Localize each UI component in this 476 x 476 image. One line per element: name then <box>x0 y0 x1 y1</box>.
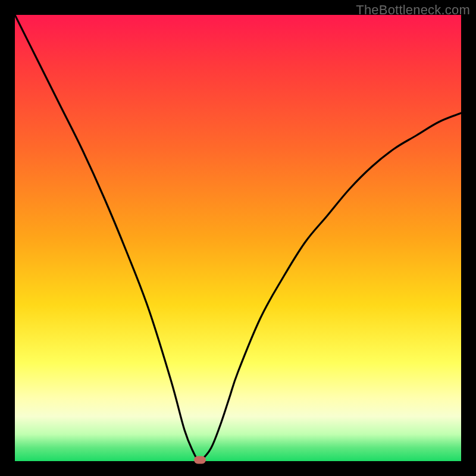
optimal-point-marker <box>194 456 206 464</box>
chart-area <box>15 15 461 461</box>
watermark-text: TheBottleneck.com <box>356 2 470 18</box>
bottleneck-curve <box>15 15 461 461</box>
